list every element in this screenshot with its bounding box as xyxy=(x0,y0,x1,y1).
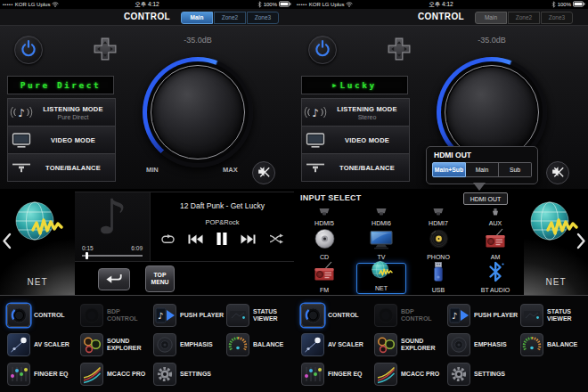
mute-button[interactable] xyxy=(546,161,569,184)
input-tv[interactable]: TV xyxy=(353,228,410,262)
video-mode-button[interactable]: VIDEO MODE xyxy=(301,126,410,154)
play-indicator: ▶ xyxy=(332,82,336,89)
app-mcacc-pro[interactable]: MCACC PRO xyxy=(80,361,151,388)
repeat-button[interactable] xyxy=(161,234,175,244)
app-push-player[interactable]: ♪PUSH PLAYER xyxy=(447,301,519,329)
net-globe-icon[interactable] xyxy=(12,200,65,249)
app-status-viewer[interactable]: STATUS VIEWER xyxy=(226,301,294,329)
app-balance[interactable]: BALANCE xyxy=(226,331,294,358)
tab-zone3[interactable]: Zone3 xyxy=(541,12,573,24)
svg-text:♪: ♪ xyxy=(312,107,319,119)
app-push-player[interactable]: ♪PUSH PLAYER xyxy=(153,301,225,329)
input-carousel[interactable]: NET xyxy=(524,189,588,295)
hdmi-option-sub[interactable]: Sub xyxy=(499,162,532,177)
input-aux[interactable]: AUX xyxy=(467,207,524,228)
radio-icon xyxy=(313,261,336,286)
input-fm[interactable]: FM xyxy=(296,262,353,295)
app-bdp-control[interactable]: BDP CONTROL xyxy=(374,301,445,329)
battery-percent: 100% xyxy=(558,2,571,7)
battery-percent: 100% xyxy=(264,2,277,7)
dpad-button[interactable] xyxy=(388,37,411,61)
tab-zone3[interactable]: Zone3 xyxy=(247,12,279,24)
tone-balance-button[interactable]: TONE/BALANCE xyxy=(301,153,410,182)
nav-bar: CONTROL Main Zone2 Zone3 xyxy=(0,9,294,25)
main-control-area: -35.0dB MIN MAX Pure Direct ♪ LISTENING … xyxy=(0,25,294,190)
app-finger-eq[interactable]: FINGER EQ xyxy=(7,361,78,388)
app-label: PUSH PLAYER xyxy=(474,312,519,319)
input-cd[interactable]: CD xyxy=(296,228,353,262)
control-screen-left: ••••• KOR LG Uplus 오후 4:12 100% CONTROL … xyxy=(0,0,294,392)
volume-readout: -35.0dB xyxy=(143,36,253,45)
artwork-panel: ♪ 0:15 6:09 xyxy=(75,192,150,261)
tab-zone2[interactable]: Zone2 xyxy=(214,12,246,24)
music-note-icon: ♪ xyxy=(97,193,127,241)
app-balance[interactable]: BALANCE xyxy=(520,331,588,358)
input-hdmi5[interactable]: HDMI5 xyxy=(296,207,353,228)
listening-mode-button[interactable]: ♪ LISTENING MODE Pure Direct xyxy=(7,98,116,127)
net-globe-icon xyxy=(370,260,394,284)
push-player-app-icon: ♪ xyxy=(447,304,470,327)
input-bt-audio[interactable]: BT AUDIO xyxy=(467,262,524,295)
dpad-button[interactable] xyxy=(94,37,117,61)
app-av-scaler[interactable]: AV SCALER xyxy=(7,331,78,358)
input-hdmi6[interactable]: HDMI6 xyxy=(353,207,410,228)
app-emphasis[interactable]: EMPHASIS xyxy=(153,331,225,358)
status-bar: ••••• KOR LG Uplus 오후 4:12 100% xyxy=(0,0,294,9)
app-finger-eq[interactable]: FINGER EQ xyxy=(301,361,372,388)
app-sound-explorer[interactable]: SOUND EXPLORER xyxy=(80,331,151,358)
top-menu-button[interactable]: TOP MENU xyxy=(145,265,175,292)
tab-main[interactable]: Main xyxy=(475,12,507,24)
next-button[interactable] xyxy=(241,234,256,244)
pause-button[interactable] xyxy=(216,233,227,245)
tab-zone2[interactable]: Zone2 xyxy=(508,12,540,24)
previous-button[interactable] xyxy=(188,234,203,244)
app-label: SETTINGS xyxy=(474,371,519,378)
listening-mode-icon: ♪ xyxy=(302,105,329,119)
phono-icon xyxy=(428,228,450,253)
hdmi-option-main[interactable]: Main xyxy=(466,162,499,177)
video-mode-button[interactable]: VIDEO MODE xyxy=(7,126,116,154)
tab-main[interactable]: Main xyxy=(181,12,213,24)
input-usb[interactable]: USB xyxy=(410,262,467,295)
status-display: Pure Direct xyxy=(7,76,114,94)
app-settings[interactable]: SETTINGS xyxy=(153,361,225,388)
app-settings[interactable]: SETTINGS xyxy=(447,361,519,388)
hdmi-option-main-sub[interactable]: Main+Sub xyxy=(432,162,466,177)
input-label: USB xyxy=(432,287,445,293)
signal-dots: ••••• xyxy=(297,2,307,7)
app-status-viewer[interactable]: STATUS VIEWER xyxy=(520,301,588,329)
status-display: ▶ Lucky xyxy=(301,76,408,94)
finger-eq-app-icon xyxy=(7,363,30,386)
input-hdmi7[interactable]: HDMI7 xyxy=(410,207,467,228)
mute-button[interactable] xyxy=(252,161,275,184)
chevron-left-icon[interactable] xyxy=(2,233,12,253)
tone-balance-button[interactable]: TONE/BALANCE xyxy=(7,153,116,182)
app-control[interactable]: CONTROL xyxy=(7,301,78,329)
app-emphasis[interactable]: EMPHASIS xyxy=(447,331,519,358)
volume-knob[interactable] xyxy=(143,57,253,167)
input-am[interactable]: AM xyxy=(467,228,524,262)
av-scaler-app-icon xyxy=(7,333,30,356)
volume-readout: -35.0dB xyxy=(437,36,547,45)
app-mcacc-pro[interactable]: MCACC PRO xyxy=(374,361,445,388)
app-control[interactable]: CONTROL xyxy=(301,301,372,329)
power-button[interactable] xyxy=(14,36,43,64)
carrier-label: KOR LG Uplus xyxy=(15,2,51,7)
input-net[interactable]: NET xyxy=(356,263,406,294)
slider-handle[interactable] xyxy=(86,252,88,259)
net-globe-icon[interactable] xyxy=(527,200,580,249)
app-sound-explorer[interactable]: SOUND EXPLORER xyxy=(374,331,445,358)
input-carousel[interactable]: NET xyxy=(0,189,75,295)
power-button[interactable] xyxy=(308,36,337,64)
progress-slider[interactable] xyxy=(82,255,143,257)
listening-mode-button[interactable]: ♪ LISTENING MODE Stereo xyxy=(301,98,410,127)
back-button[interactable] xyxy=(98,268,130,290)
input-phono[interactable]: PHONO xyxy=(410,228,467,262)
input-select-title: INPUT SELECT xyxy=(300,193,362,202)
app-av-scaler[interactable]: AV SCALER xyxy=(301,331,372,358)
total-time: 6:09 xyxy=(131,245,143,251)
shuffle-button[interactable] xyxy=(269,233,283,244)
app-bdp-control[interactable]: BDP CONTROL xyxy=(80,301,151,329)
balance-app-icon xyxy=(226,333,249,356)
usb-icon xyxy=(428,261,449,286)
